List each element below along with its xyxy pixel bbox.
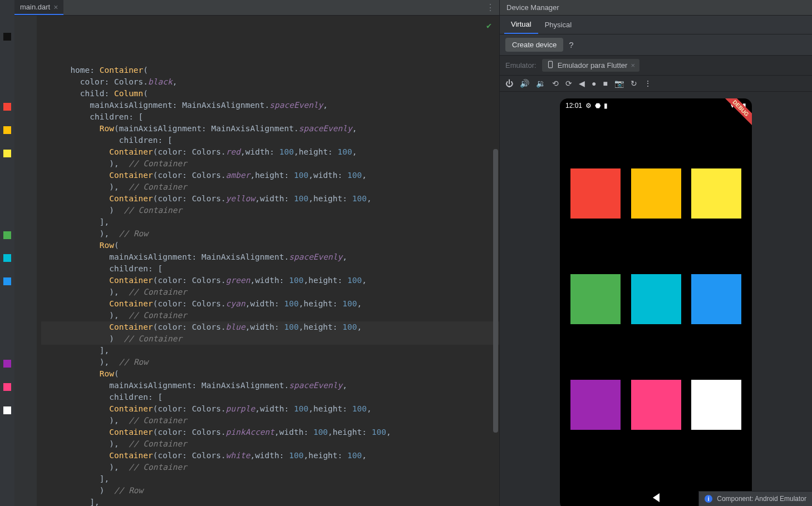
close-icon[interactable]: × <box>53 3 58 12</box>
emulator-viewport: 12:01 ⚙ ⬣ ▮ ▾ ◢ ▮ DEBUG <box>500 92 812 506</box>
color-box <box>570 380 621 430</box>
app-row <box>560 168 752 219</box>
code-line[interactable]: Container(color: Colors.cyan,width: 100,… <box>41 298 499 310</box>
code-area[interactable]: ✔ home: Container( color: Colors.black, … <box>37 16 499 506</box>
color-box <box>691 274 741 324</box>
gutter-swatch[interactable] <box>3 277 11 285</box>
overflow-icon[interactable]: ⋮ <box>644 79 652 88</box>
code-line[interactable]: ), // Container <box>41 286 499 298</box>
editor-tab-main[interactable]: main.dart × <box>14 0 63 15</box>
create-device-button[interactable]: Create device <box>505 38 563 52</box>
back-icon[interactable]: ◀ <box>579 79 585 88</box>
rotate-left-icon[interactable]: ⟲ <box>552 79 559 88</box>
code-line[interactable]: home: Container( <box>41 65 499 76</box>
code-line[interactable]: Container(color: Colors.pinkAccent,width… <box>41 426 499 438</box>
color-box <box>631 168 681 219</box>
editor-panel: main.dart × ⋮ ✔ home: Container( color: … <box>14 0 499 506</box>
gutter-swatch[interactable] <box>3 360 11 368</box>
app-row <box>560 274 752 324</box>
code-line[interactable]: ), // Row <box>41 228 499 240</box>
close-device-icon[interactable]: × <box>631 61 635 70</box>
code-line[interactable]: Container(color: Colors.white,width: 100… <box>41 450 499 462</box>
code-line[interactable]: Container(color: Colors.yellow,width: 10… <box>41 193 499 205</box>
gutter-swatch[interactable] <box>3 126 11 134</box>
code-line[interactable]: mainAxisAlignment: MainAxisAlignment.spa… <box>41 380 499 391</box>
code-line[interactable]: ), // Container <box>41 438 499 450</box>
nav-back-icon[interactable] <box>653 493 660 502</box>
code-line[interactable]: ], <box>41 497 499 506</box>
device-manager-tabs: Virtual Physical <box>500 16 812 34</box>
code-line[interactable]: mainAxisAlignment: MainAxisAlignment.spa… <box>41 251 499 263</box>
code-line[interactable]: ) // Container <box>41 333 499 345</box>
code-line[interactable]: ), // Container <box>41 181 499 193</box>
info-icon: i <box>705 495 712 503</box>
gutter-swatch[interactable] <box>3 254 11 262</box>
code-line[interactable]: Container(color: Colors.red,width: 100,h… <box>41 146 499 158</box>
gutter-swatch[interactable] <box>3 383 11 391</box>
code-line[interactable]: ], <box>41 216 499 228</box>
code-line[interactable]: ], <box>41 473 499 485</box>
gear-icon: ⚙ <box>585 102 592 110</box>
tab-virtual[interactable]: Virtual <box>504 16 538 34</box>
help-icon[interactable]: ? <box>569 40 573 49</box>
code-line[interactable]: Container(color: Colors.green,width: 100… <box>41 275 499 286</box>
stop-icon[interactable]: ■ <box>603 79 607 88</box>
code-line[interactable]: child: Column( <box>41 88 499 100</box>
code-line[interactable]: children: [ <box>41 391 499 403</box>
code-line[interactable]: ), // Container <box>41 415 499 426</box>
color-box <box>570 168 621 219</box>
component-banner: i Component: Android Emulator <box>698 491 812 506</box>
battery-notif-icon: ▮ <box>604 102 608 110</box>
record-icon[interactable]: ● <box>592 79 596 88</box>
code-line[interactable]: ) // Container <box>41 205 499 216</box>
code-line[interactable]: children: [ <box>41 111 499 123</box>
svg-rect-0 <box>548 61 552 68</box>
code-line[interactable]: Container(color: Colors.amber,height: 10… <box>41 170 499 181</box>
analysis-ok-icon: ✔ <box>486 20 491 32</box>
banner-text: Component: Android Emulator <box>717 495 806 503</box>
device-pill[interactable]: Emulador para Flutter × <box>542 59 639 72</box>
code-line[interactable]: ) // Row <box>41 485 499 497</box>
scrollbar[interactable] <box>493 149 498 433</box>
code-line[interactable]: Row( <box>41 368 499 380</box>
code-line[interactable]: Container(color: Colors.blue,width: 100,… <box>41 321 499 333</box>
gutter-swatch[interactable] <box>3 406 11 414</box>
gutter-swatch[interactable] <box>3 150 11 157</box>
code-line[interactable]: ), // Container <box>41 462 499 473</box>
power-icon[interactable]: ⏻ <box>505 79 513 88</box>
tab-physical[interactable]: Physical <box>538 16 578 33</box>
emulator-label: Emulator: <box>505 61 537 70</box>
code-line[interactable]: Row(mainAxisAlignment: MainAxisAlignment… <box>41 123 499 135</box>
rotate-right-icon[interactable]: ⟳ <box>565 79 572 88</box>
emulator-row: Emulator: Emulador para Flutter × <box>500 56 812 76</box>
more-icon[interactable]: ⋮ <box>481 2 499 13</box>
code-line[interactable]: ), // Container <box>41 310 499 321</box>
tab-label: main.dart <box>20 3 50 11</box>
gutter-swatch[interactable] <box>3 33 11 41</box>
emulator-controls: ⏻ 🔊 🔉 ⟲ ⟳ ◀ ● ■ 📷 ↻ ⋮ <box>500 76 812 92</box>
code-line[interactable]: mainAxisAlignment: MainAxisAlignment.spa… <box>41 100 499 111</box>
screenshot-icon[interactable]: 📷 <box>614 79 624 88</box>
editor-tabbar: main.dart × ⋮ <box>14 0 499 16</box>
code-line[interactable]: ), // Row <box>41 356 499 368</box>
code-line[interactable]: ], <box>41 345 499 356</box>
color-box <box>691 380 741 430</box>
phone-status-bar: 12:01 ⚙ ⬣ ▮ ▾ ◢ ▮ <box>560 98 752 113</box>
reload-icon[interactable]: ↻ <box>631 79 637 88</box>
volume-down-icon[interactable]: 🔉 <box>536 79 545 88</box>
code-line[interactable]: color: Colors.black, <box>41 76 499 88</box>
code-line[interactable]: ), // Container <box>41 158 499 170</box>
phone-frame[interactable]: 12:01 ⚙ ⬣ ▮ ▾ ◢ ▮ DEBUG <box>560 98 752 506</box>
device-name: Emulador para Flutter <box>558 61 628 70</box>
status-time: 12:01 <box>565 102 582 110</box>
volume-up-icon[interactable]: 🔊 <box>520 79 529 88</box>
gutter-swatch[interactable] <box>3 231 11 239</box>
code-line[interactable]: Container(color: Colors.purple,width: 10… <box>41 403 499 415</box>
gutter-swatch[interactable] <box>3 103 11 111</box>
color-box <box>691 168 741 219</box>
code-line[interactable]: children: [ <box>41 135 499 146</box>
code-line[interactable]: children: [ <box>41 263 499 275</box>
device-manager-title: Device Manager <box>500 0 812 16</box>
code-line[interactable]: Row( <box>41 240 499 251</box>
fold-gutter <box>14 16 37 506</box>
